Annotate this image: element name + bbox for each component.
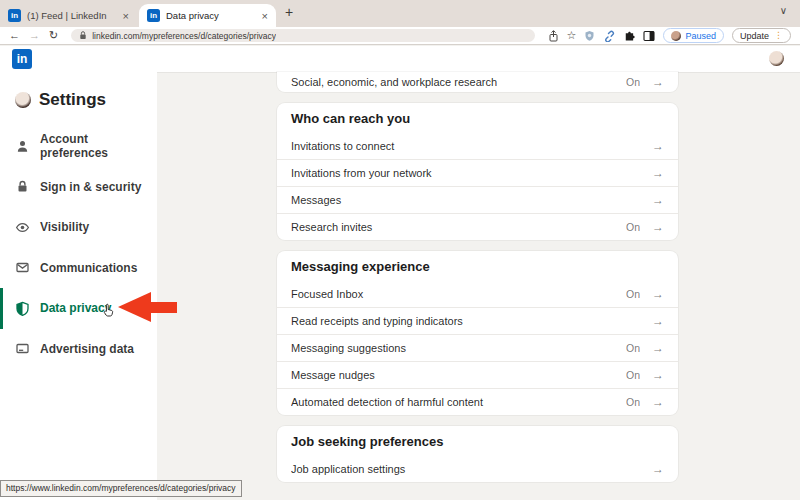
extension-shield-icon[interactable] <box>584 30 595 42</box>
sidebar-item-sign-in-security[interactable]: Sign in & security <box>0 167 157 208</box>
linkedin-favicon: in <box>8 9 21 22</box>
sidebar-item-account-preferences[interactable]: Account preferences <box>0 126 157 167</box>
row-social-economic-workplace-research[interactable]: Social, economic, and workplace research… <box>277 72 678 92</box>
sidebar-item-advertising-data[interactable]: Advertising data <box>0 329 157 370</box>
arrow-right-icon: → <box>652 194 664 206</box>
arrow-right-icon: → <box>652 288 664 300</box>
lock-icon <box>15 179 30 194</box>
settings-sidebar: Settings Account preferences Sign in & s… <box>0 72 157 500</box>
sidebar-item-label: Sign in & security <box>40 180 141 194</box>
sidebar-item-communications[interactable]: Communications <box>0 248 157 289</box>
tab-title: Data privacy <box>166 10 256 21</box>
browser-toolbar: ← → ↻ linkedin.com/mypreferences/d/categ… <box>0 27 800 45</box>
setting-value: On <box>626 369 640 381</box>
sidebar-item-label: Communications <box>40 261 137 275</box>
row-automated-detection-harmful-content[interactable]: Automated detection of harmful content O… <box>277 388 678 415</box>
share-icon[interactable] <box>548 30 559 42</box>
card-who-can-reach-you: Who can reach you Invitations to connect… <box>277 103 678 240</box>
row-message-nudges[interactable]: Message nudges On → <box>277 361 678 388</box>
row-invitations-from-your-network[interactable]: Invitations from your network → <box>277 159 678 186</box>
settings-menu: Account preferences Sign in & security V… <box>0 126 157 369</box>
row-read-receipts-typing-indicators[interactable]: Read receipts and typing indicators → <box>277 307 678 334</box>
linkedin-logo[interactable]: in <box>12 49 32 69</box>
sidebar-item-data-privacy[interactable]: Data privacy <box>0 288 157 329</box>
arrow-right-icon: → <box>652 463 664 475</box>
tab-strip: in (1) Feed | LinkedIn × in Data privacy… <box>0 0 800 27</box>
address-bar[interactable]: linkedin.com/mypreferences/d/categories/… <box>71 29 534 42</box>
avatar <box>671 31 681 41</box>
sidebar-item-label: Advertising data <box>40 342 134 356</box>
card-partial: Social, economic, and workplace research… <box>277 72 678 92</box>
arrow-right-icon: → <box>652 315 664 327</box>
setting-value: On <box>626 342 640 354</box>
arrow-right-icon: → <box>652 76 664 88</box>
new-tab-button[interactable]: + <box>285 4 293 20</box>
setting-value: On <box>626 221 640 233</box>
card-messaging-experience: Messaging experience Focused Inbox On → … <box>277 251 678 415</box>
row-invitations-to-connect[interactable]: Invitations to connect → <box>277 132 678 159</box>
setting-value: On <box>626 396 640 408</box>
chevron-down-icon[interactable]: ∨ <box>780 5 787 16</box>
arrow-right-icon: → <box>652 167 664 179</box>
back-button[interactable]: ← <box>9 30 20 41</box>
avatar <box>15 92 31 108</box>
setting-value: On <box>626 288 640 300</box>
sidebar-item-label: Visibility <box>40 220 89 234</box>
sidebar-item-label: Account preferences <box>40 132 157 160</box>
menu-dots-icon: ⋮ <box>774 31 783 40</box>
tab-feed[interactable]: in (1) Feed | LinkedIn × <box>0 4 137 27</box>
arrow-right-icon: → <box>652 396 664 408</box>
status-bar-url: https://www.linkedin.com/mypreferences/d… <box>0 480 242 497</box>
arrow-right-icon: → <box>652 221 664 233</box>
eye-icon <box>15 220 30 235</box>
profile-avatar[interactable] <box>769 51 784 66</box>
linkedin-navbar: in <box>0 46 800 72</box>
update-button[interactable]: Update ⋮ <box>732 28 791 43</box>
settings-header: Settings <box>0 72 157 110</box>
row-messaging-suggestions[interactable]: Messaging suggestions On → <box>277 334 678 361</box>
arrow-right-icon: → <box>652 342 664 354</box>
card-title: Job seeking preferences <box>277 430 678 455</box>
tab-title: (1) Feed | LinkedIn <box>27 10 117 21</box>
paused-label: Paused <box>685 31 716 41</box>
tab-data-privacy[interactable]: in Data privacy × <box>139 4 276 27</box>
sidebar-item-label: Data privacy <box>40 301 111 315</box>
forward-button[interactable]: → <box>29 30 40 41</box>
arrow-right-icon: → <box>652 369 664 381</box>
row-focused-inbox[interactable]: Focused Inbox On → <box>277 280 678 307</box>
close-icon[interactable]: × <box>123 10 129 22</box>
setting-value: On <box>626 76 640 88</box>
side-panel-icon[interactable] <box>643 30 655 42</box>
card-title: Messaging experience <box>277 255 678 280</box>
lock-icon <box>79 31 87 40</box>
page-title: Settings <box>39 90 106 110</box>
bookmark-star-icon[interactable]: ☆ <box>567 30 577 41</box>
update-label: Update <box>740 31 769 41</box>
sidebar-item-visibility[interactable]: Visibility <box>0 207 157 248</box>
profile-paused-badge[interactable]: Paused <box>663 28 724 43</box>
close-icon[interactable]: × <box>262 10 268 22</box>
person-icon <box>15 139 30 154</box>
extension-link-icon[interactable] <box>603 30 615 42</box>
shield-icon <box>15 301 30 316</box>
row-research-invites[interactable]: Research invites On → <box>277 213 678 240</box>
linkedin-favicon: in <box>147 9 160 22</box>
reload-button[interactable]: ↻ <box>49 30 58 41</box>
card-title: Who can reach you <box>277 107 678 132</box>
card-job-seeking-preferences: Job seeking preferences Job application … <box>277 426 678 482</box>
arrow-right-icon: → <box>652 140 664 152</box>
row-messages[interactable]: Messages → <box>277 186 678 213</box>
extension-puzzle-icon[interactable] <box>623 30 635 42</box>
settings-content: Social, economic, and workplace research… <box>277 72 678 493</box>
hand-cursor-icon <box>103 303 116 318</box>
ad-box-icon <box>15 341 30 356</box>
url-text: linkedin.com/mypreferences/d/categories/… <box>92 31 276 41</box>
row-job-application-settings[interactable]: Job application settings → <box>277 455 678 482</box>
envelope-icon <box>15 260 30 275</box>
